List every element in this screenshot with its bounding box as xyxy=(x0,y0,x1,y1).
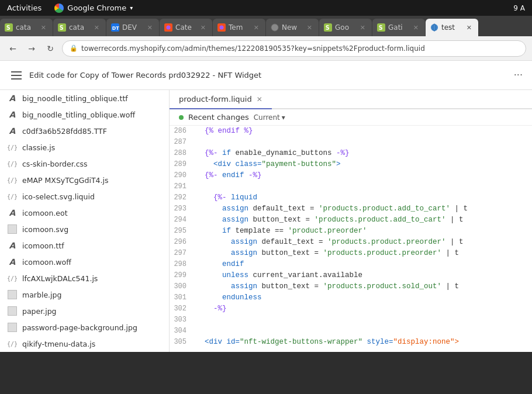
line-content: if template == 'product.preorder' xyxy=(196,226,532,237)
line-content: assign default_text = 'products.product.… xyxy=(196,203,532,215)
sidebar-item-name: classie.js xyxy=(22,143,162,152)
sidebar-item[interactable]: {/}ico-select.svg.liquid xyxy=(0,188,169,205)
chrome-app[interactable]: Google Chrome ▾ xyxy=(49,4,139,13)
sidebar-toggle-button[interactable] xyxy=(9,68,23,82)
tab-favicon-tab4 xyxy=(164,23,172,32)
sidebar-item[interactable]: Aicomoon.woff xyxy=(0,254,169,270)
current-dropdown-icon: ▾ xyxy=(282,113,285,122)
code-line: 289 <div class="payment-buttons"> xyxy=(170,159,532,170)
sidebar-item[interactable]: {/}qikify-tmenu-data.js xyxy=(0,336,169,352)
tab-tab9[interactable]: test✕ xyxy=(426,19,478,36)
code-area: product-form.liquid ✕ Recent changes Cur… xyxy=(170,90,532,352)
line-number: 298 xyxy=(170,259,196,270)
sidebar-item-icon xyxy=(7,306,18,316)
svg-rect-17 xyxy=(11,71,22,72)
current-badge[interactable]: Current ▾ xyxy=(254,113,285,122)
sidebar-item-icon: {/} xyxy=(7,142,18,153)
chrome-icon xyxy=(54,4,64,13)
editor-tab-product-form[interactable]: product-form.liquid ✕ xyxy=(170,90,272,109)
sidebar-item[interactable]: icomoon.svg xyxy=(0,221,169,237)
sidebar-item-icon: {/} xyxy=(7,273,18,284)
sidebar-item[interactable]: marble.jpg xyxy=(0,286,169,303)
code-line: 301 endunless xyxy=(170,292,532,303)
line-content: endif xyxy=(196,259,532,270)
sidebar-item[interactable]: {/}classie.js xyxy=(0,139,169,155)
tab-label-tab7: Goo xyxy=(335,23,355,32)
tab-close-tab3[interactable]: ✕ xyxy=(146,23,154,33)
address-text: towerrecords.myshopify.com/admin/themes/… xyxy=(81,44,519,53)
line-number: 295 xyxy=(170,226,196,237)
reload-button[interactable]: ↻ xyxy=(43,42,57,56)
menu-icon xyxy=(11,71,22,80)
tab-favicon-tab1: S xyxy=(5,23,13,32)
address-bar-row: ← → ↻ 🔒 towerrecords.myshopify.com/admin… xyxy=(0,36,532,61)
more-button[interactable]: ··· xyxy=(514,70,523,81)
svg-point-10 xyxy=(271,24,278,31)
sidebar-item[interactable]: Abig_noodle_titling_oblique.woff xyxy=(0,106,169,123)
svg-text:S: S xyxy=(326,25,330,31)
tab-tab1[interactable]: Scata✕ xyxy=(0,19,53,36)
tab-label-tab5: Tem xyxy=(229,23,249,32)
tab-close-tab7[interactable]: ✕ xyxy=(358,23,367,33)
sidebar-item[interactable]: {/}cs-skin-border.css xyxy=(0,155,169,172)
code-line: 294 assign button_text = 'products.produ… xyxy=(170,215,532,226)
address-input[interactable]: 🔒 towerrecords.myshopify.com/admin/theme… xyxy=(62,40,526,57)
sidebar-item-name: eMAP MXSyTCgGdiT4.js xyxy=(22,176,162,185)
tab-tab4[interactable]: Cate✕ xyxy=(160,19,212,36)
tab-tab3[interactable]: DTDEV✕ xyxy=(106,19,159,36)
sidebar-item[interactable]: Abig_noodle_titling_oblique.ttf xyxy=(0,90,169,106)
sidebar-item[interactable]: Aicomoon.ttf xyxy=(0,237,169,254)
tab-tab5[interactable]: Tem✕ xyxy=(213,19,265,36)
editor-tabs: product-form.liquid ✕ xyxy=(170,90,532,109)
line-number: 289 xyxy=(170,159,196,170)
line-content: <div id="nft-widget-buttons-wrapper" sty… xyxy=(196,337,532,348)
sidebar-item[interactable]: password-page-background.jpg xyxy=(0,319,169,336)
sidebar-item-icon: A xyxy=(7,126,18,136)
tab-close-tab5[interactable]: ✕ xyxy=(252,23,261,33)
line-content: assign button_text = 'products.product.p… xyxy=(196,248,532,259)
tab-tab8[interactable]: SGati✕ xyxy=(372,19,425,36)
line-number: 296 xyxy=(170,237,196,248)
back-button[interactable]: ← xyxy=(6,42,20,56)
tab-close-tab6[interactable]: ✕ xyxy=(305,23,314,33)
line-number: 291 xyxy=(170,181,196,192)
sidebar-item[interactable]: {/}eMAP MXSyTCgGdiT4.js xyxy=(0,172,169,188)
line-number: 294 xyxy=(170,215,196,226)
sidebar-item-name: big_noodle_titling_oblique.woff xyxy=(22,110,162,119)
sidebar-item-icon xyxy=(7,289,18,300)
chrome-label: Google Chrome xyxy=(67,4,126,12)
recent-changes-label: Recent changes xyxy=(188,113,249,122)
tab-close-tab8[interactable]: ✕ xyxy=(412,23,420,33)
tab-favicon-tab2: S xyxy=(58,23,66,32)
sidebar-item-icon: {/} xyxy=(7,338,18,349)
tab-tab7[interactable]: SGoo✕ xyxy=(319,19,372,36)
sidebar-item[interactable]: {/}lfcAXLwjkDALc541.js xyxy=(0,270,169,286)
tab-close-tab9[interactable]: ✕ xyxy=(465,23,474,33)
tab-close-tab2[interactable]: ✕ xyxy=(92,23,101,33)
line-number: 286 xyxy=(170,126,196,137)
code-editor[interactable]: 286 {% endif %}287288 {%- if enable_dyna… xyxy=(170,126,532,352)
sidebar-item[interactable]: Aicomoon.eot xyxy=(0,205,169,221)
code-line: 299 unless current_variant.available xyxy=(170,270,532,281)
activities-label[interactable]: Activities xyxy=(0,0,49,16)
chrome-dropdown-icon[interactable]: ▾ xyxy=(130,5,133,11)
line-number: 303 xyxy=(170,314,196,326)
tab-close-tab4[interactable]: ✕ xyxy=(199,23,208,33)
forward-button[interactable]: → xyxy=(25,42,39,56)
sidebar-item[interactable]: paper.jpg xyxy=(0,303,169,319)
line-content: {%- if enable_dynamic_buttons -%} xyxy=(196,148,532,159)
tab-tab2[interactable]: Scata✕ xyxy=(53,19,106,36)
sidebar-item-icon: A xyxy=(7,109,18,120)
sidebar-item-icon: {/} xyxy=(7,158,18,169)
tab-tab6[interactable]: New✕ xyxy=(266,19,319,36)
tab-close-tab1[interactable]: ✕ xyxy=(39,23,48,33)
sidebar-item[interactable]: Ac0df3a6b528fdd85.TTF xyxy=(0,123,169,139)
code-line: 296 assign default_text = 'products.prod… xyxy=(170,237,532,248)
svg-text:S: S xyxy=(379,25,383,31)
line-content: {%- endif -%} xyxy=(196,170,532,181)
svg-text:DT: DT xyxy=(112,26,119,31)
editor-tab-close-button[interactable]: ✕ xyxy=(257,95,262,103)
sidebar-item-name: icomoon.woff xyxy=(22,258,162,267)
line-content: endunless xyxy=(196,292,532,303)
sidebar-item-icon: A xyxy=(7,240,18,251)
